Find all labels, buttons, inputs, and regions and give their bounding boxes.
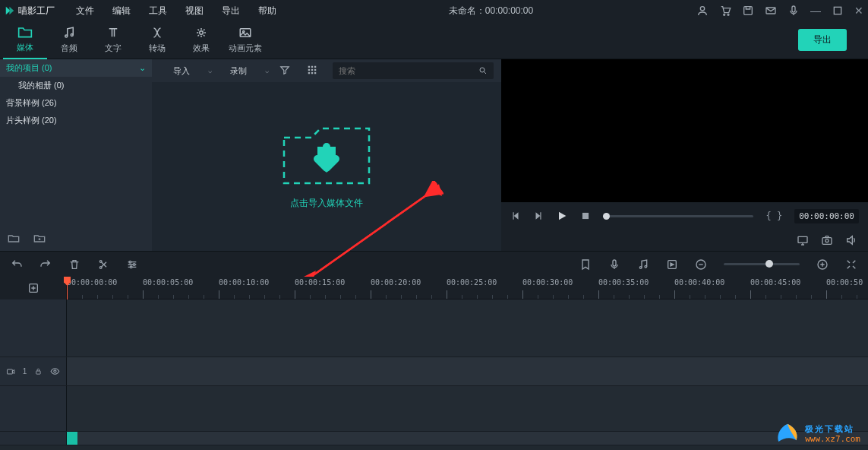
svg-rect-20 — [314, 71, 316, 73]
minimize-button[interactable]: — — [810, 5, 821, 17]
menu-file[interactable]: 文件 — [67, 2, 103, 21]
chevron-down-icon[interactable]: ⌵ — [208, 67, 212, 74]
dropzone-label: 点击导入媒体文件 — [290, 197, 363, 210]
volume-icon[interactable] — [845, 234, 857, 246]
chevron-down-icon[interactable]: ⌵ — [265, 67, 269, 74]
filter-icon[interactable] — [273, 65, 296, 78]
search-icon[interactable] — [478, 66, 488, 75]
svg-rect-16 — [311, 68, 313, 70]
media-dropzone[interactable]: 点击导入媒体文件 — [152, 82, 501, 251]
menu-export[interactable]: 导出 — [213, 2, 249, 21]
folder-open-icon[interactable] — [8, 233, 20, 245]
render-button[interactable] — [666, 258, 678, 271]
app-logo: 喵影工厂 — [5, 5, 55, 17]
record-dropdown[interactable]: 录制 — [216, 65, 260, 77]
tab-effect-label: 效果 — [193, 43, 210, 54]
svg-rect-40 — [7, 369, 12, 374]
sidebar-header-label: 我的项目 (0) — [6, 62, 52, 74]
menu-edit[interactable]: 编辑 — [103, 2, 140, 21]
eye-icon[interactable] — [50, 366, 60, 376]
tab-elements-label: 动画元素 — [229, 43, 262, 54]
tab-transition[interactable]: 转场 — [135, 21, 179, 59]
video-track-row[interactable]: 1 — [0, 357, 868, 386]
preview-screen[interactable] — [501, 59, 868, 202]
delete-button[interactable] — [68, 258, 80, 271]
svg-point-30 — [129, 261, 131, 263]
record-label: 录制 — [230, 65, 247, 77]
add-track-button[interactable] — [27, 282, 39, 294]
tab-media[interactable]: 媒体 — [3, 21, 47, 59]
svg-rect-41 — [36, 371, 40, 374]
tab-audio[interactable]: 音频 — [47, 21, 91, 59]
effect-icon — [194, 26, 209, 40]
zoom-in-button[interactable] — [816, 258, 829, 271]
svg-point-28 — [99, 260, 102, 262]
sidebar-header[interactable]: 我的项目 (0) ⌄ — [0, 59, 152, 77]
export-button[interactable]: 导出 — [798, 29, 847, 51]
tab-transition-label: 转场 — [149, 43, 166, 54]
svg-point-42 — [54, 370, 56, 372]
tab-text[interactable]: 文字 — [91, 21, 135, 59]
audio-track-body[interactable] — [67, 432, 868, 445]
grid-view-icon[interactable] — [301, 65, 324, 78]
svg-point-21 — [480, 68, 485, 72]
menu-help[interactable]: 帮助 — [249, 2, 286, 21]
svg-point-1 — [724, 14, 725, 15]
marker-button[interactable] — [579, 258, 592, 271]
svg-rect-5 — [792, 6, 795, 12]
media-panel: 导入 ⌵ 录制 ⌵ 点击导入媒 — [152, 59, 501, 251]
sidebar-item-intro[interactable]: 片头样例 (20) — [0, 112, 152, 129]
import-folder-icon — [281, 124, 372, 188]
sidebar-item-background[interactable]: 背景样例 (26) — [0, 94, 152, 112]
tab-audio-label: 音频 — [61, 43, 77, 54]
adjust-button[interactable] — [126, 258, 138, 271]
zoom-out-button[interactable] — [695, 258, 707, 271]
display-settings-icon[interactable] — [797, 234, 809, 246]
menubar: 文件 编辑 工具 视图 导出 帮助 — [67, 2, 286, 21]
tab-effect[interactable]: 效果 — [179, 21, 223, 59]
video-track-icon — [6, 367, 15, 376]
menu-view[interactable]: 视图 — [176, 2, 213, 21]
sidebar-item-album[interactable]: 我的相册 (0) — [0, 77, 152, 94]
redo-button[interactable] — [39, 258, 52, 271]
new-folder-icon[interactable] — [33, 233, 46, 245]
play-button[interactable] — [556, 210, 568, 222]
image-icon — [238, 26, 253, 40]
audio-track-row[interactable] — [0, 432, 868, 445]
mic-icon[interactable] — [788, 5, 800, 17]
stop-button[interactable] — [580, 211, 591, 221]
timeline-ruler[interactable]: 00:00:00:0000:00:05:0000:00:10:0000:00:1… — [67, 277, 868, 299]
import-dropdown[interactable]: 导入 — [159, 65, 204, 77]
save-icon[interactable] — [742, 5, 754, 17]
svg-rect-18 — [308, 71, 310, 73]
tab-elements[interactable]: 动画元素 — [223, 21, 267, 59]
svg-rect-12 — [308, 65, 310, 67]
user-icon[interactable] — [696, 5, 709, 17]
preview-timecode: 00:00:00:00 — [794, 209, 859, 223]
transition-icon — [150, 26, 165, 40]
preview-seek-slider[interactable] — [603, 215, 753, 217]
mail-icon[interactable] — [765, 5, 777, 17]
maximize-button[interactable] — [832, 5, 844, 17]
audio-clip[interactable] — [67, 432, 77, 445]
next-frame-button[interactable] — [533, 211, 544, 221]
snapshot-icon[interactable] — [821, 234, 833, 246]
undo-button[interactable] — [11, 258, 23, 271]
split-button[interactable] — [97, 258, 109, 271]
close-button[interactable]: ✕ — [854, 5, 863, 17]
zoom-slider[interactable] — [724, 263, 800, 265]
svg-point-29 — [99, 266, 102, 268]
zoom-fit-button[interactable] — [845, 258, 857, 271]
lock-icon[interactable] — [34, 367, 43, 376]
video-track-body[interactable] — [67, 357, 868, 385]
sidebar: 我的项目 (0) ⌄ 我的相册 (0) 背景样例 (26) 片头样例 (20) — [0, 59, 152, 251]
voiceover-button[interactable] — [608, 258, 620, 271]
svg-rect-15 — [308, 68, 310, 70]
folder-icon — [17, 25, 33, 39]
audio-sync-button[interactable] — [637, 258, 649, 271]
search-input[interactable] — [339, 66, 478, 75]
cart-icon[interactable] — [719, 5, 731, 17]
prev-frame-button[interactable] — [510, 211, 521, 221]
menu-tools[interactable]: 工具 — [140, 2, 176, 21]
preview-panel: { } 00:00:00:00 — [501, 59, 868, 251]
